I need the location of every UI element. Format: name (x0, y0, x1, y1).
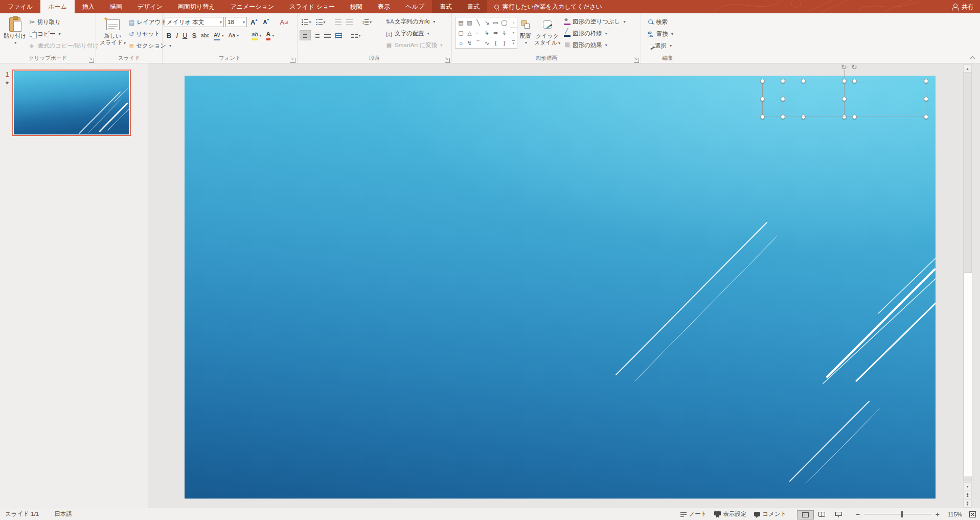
shape-item[interactable]: ▢ (458, 30, 463, 36)
columns-button[interactable]: ▾ (349, 30, 362, 40)
decrease-font-size-button[interactable]: A▾ (261, 17, 271, 27)
font-dialog-launcher[interactable] (290, 58, 295, 63)
cut-button[interactable]: ✂ 切り取り (28, 17, 101, 27)
shape-fill-button[interactable]: 図形の塗りつぶし ▾ (564, 17, 625, 27)
shape-item[interactable]: ⌐ (476, 30, 480, 36)
selection-handle[interactable] (760, 79, 765, 83)
shape-item[interactable]: ▭ (493, 20, 498, 26)
rotation-handle[interactable]: ↻ (851, 63, 857, 71)
shape-item[interactable]: ◯ (501, 20, 507, 26)
shape-item[interactable]: } (504, 40, 506, 46)
find-button[interactable]: 検索 (646, 17, 675, 27)
slideshow-button[interactable] (831, 510, 847, 518)
selection-handle[interactable] (781, 115, 785, 119)
rotation-handle[interactable]: ↻ (841, 63, 847, 71)
tab-書式[interactable]: 書式 (432, 0, 460, 13)
tab-校閲[interactable]: 校閲 (343, 0, 370, 13)
scroll-up-button[interactable]: ▲ (963, 64, 972, 73)
selection-handle[interactable] (781, 79, 785, 83)
shape-item[interactable]: ⌒ (475, 40, 481, 46)
quick-styles-button[interactable]: クイック スタイル▾ (533, 15, 562, 54)
shape-item[interactable]: ⇒ (493, 30, 498, 36)
font-name-combobox[interactable]: メイリオ 本文 ▾ (165, 17, 224, 27)
line-spacing-button[interactable]: ↕▾ (360, 17, 374, 27)
tab-表示[interactable]: 表示 (370, 0, 398, 13)
shape-item[interactable]: ∿ (485, 40, 489, 46)
tab-描画[interactable]: 描画 (102, 0, 130, 13)
comments-button[interactable]: コメント (754, 510, 787, 518)
shape-item[interactable]: ╲ (476, 20, 480, 26)
selection-handle[interactable] (924, 115, 928, 119)
selection-handle[interactable] (781, 97, 785, 101)
reading-view-button[interactable] (814, 510, 830, 518)
bold-button[interactable]: B (167, 30, 171, 40)
drawing-dialog-launcher[interactable] (634, 58, 639, 63)
previous-slide-button[interactable]: ▲▲ (963, 491, 972, 499)
selection-handle[interactable] (924, 79, 928, 83)
selection-handle[interactable] (760, 115, 765, 119)
vertical-scrollbar[interactable]: ▲ ▼ ▲▲ ▼▼ (963, 63, 972, 508)
font-size-combobox[interactable]: 18 ▾ (225, 17, 247, 27)
zoom-in-button[interactable]: + (936, 510, 940, 518)
selection-handle[interactable] (924, 97, 928, 101)
shape-item[interactable]: ↘ (485, 20, 489, 26)
tab-ファイル[interactable]: ファイル (0, 0, 40, 13)
shape-item[interactable]: ⌂ (459, 40, 463, 46)
scrollbar-thumb[interactable] (964, 273, 972, 477)
tab-挿入[interactable]: 挿入 (75, 0, 102, 13)
shape-item[interactable]: ↳ (485, 30, 489, 36)
shape-gallery-up-button[interactable]: ▴ (510, 17, 517, 27)
tab-アニメーション[interactable]: アニメーション (222, 0, 282, 13)
text-direction-button[interactable]: ⇅A 文字列の方向 ▾ (385, 17, 442, 27)
zoom-level-button[interactable]: 115% (944, 511, 962, 517)
selection-handle[interactable] (852, 79, 857, 83)
paste-button[interactable]: 貼り付け ▾ (2, 15, 28, 54)
zoom-out-button[interactable]: − (856, 510, 860, 518)
tab-ヘルプ[interactable]: ヘルプ (398, 0, 432, 13)
justify-button[interactable] (322, 30, 332, 40)
collapse-ribbon-button[interactable] (971, 56, 975, 60)
tell-me-box[interactable]: 実行したい作業を入力してください (494, 0, 602, 13)
bullets-button[interactable]: ▾ (300, 17, 313, 27)
format-painter-button[interactable]: 書式のコピー/貼り付け (28, 41, 101, 51)
replace-button[interactable]: ab⤷ac 置換 ▾ (646, 29, 675, 39)
shape-gallery-more-button[interactable]: ▾ (510, 38, 517, 48)
italic-button[interactable]: I (176, 30, 178, 40)
tab-ホーム[interactable]: ホーム (40, 0, 75, 13)
new-slide-button[interactable]: 新しい スライド▾ (98, 15, 127, 54)
decrease-indent-button[interactable] (333, 17, 343, 27)
shape-item[interactable]: ▤ (458, 20, 463, 26)
text-highlight-button[interactable]: ab (252, 30, 258, 40)
selection-box-2[interactable] (783, 81, 926, 117)
shape-item[interactable]: { (495, 40, 497, 46)
align-center-button[interactable] (300, 30, 311, 40)
character-spacing-button[interactable]: AV (214, 30, 220, 40)
text-shadow-button[interactable]: S (192, 30, 196, 40)
language-indicator[interactable]: 日本語 (54, 510, 72, 518)
align-text-button[interactable]: [↕] 文字の配置 ▾ (385, 29, 442, 38)
increase-indent-button[interactable] (344, 17, 354, 27)
fit-to-window-button[interactable] (969, 511, 976, 517)
shape-gallery-down-button[interactable]: ▾ (510, 27, 517, 37)
next-slide-button[interactable]: ▼▼ (963, 500, 972, 508)
share-button[interactable]: 共有 (952, 0, 974, 13)
selection-handle[interactable] (852, 115, 857, 119)
clear-formatting-button[interactable]: A◢ (278, 17, 290, 27)
zoom-slider-thumb[interactable] (901, 511, 903, 517)
tab-デザイン[interactable]: デザイン (130, 0, 170, 13)
display-settings-button[interactable]: 表示設定 (714, 510, 747, 518)
increase-font-size-button[interactable]: A▴ (248, 17, 259, 27)
clipboard-dialog-launcher[interactable] (89, 58, 94, 63)
notes-button[interactable]: ノート (680, 510, 707, 518)
copy-button[interactable]: コピー ▾ (28, 29, 101, 39)
convert-smartart-button[interactable]: ▦ SmartArt に変換 ▾ (385, 40, 442, 50)
scroll-down-button[interactable]: ▼ (963, 482, 972, 490)
change-case-button[interactable]: Aa (229, 30, 235, 40)
shape-item[interactable]: △ (467, 30, 471, 36)
font-color-button[interactable]: A (266, 30, 271, 40)
strikethrough-button[interactable]: abc (201, 30, 209, 40)
select-button[interactable]: 選択 ▾ (646, 41, 675, 51)
shape-effects-button[interactable]: 図形の効果 ▾ (564, 40, 625, 50)
shape-item[interactable]: ⇓ (502, 30, 507, 36)
normal-view-button[interactable] (797, 510, 814, 519)
